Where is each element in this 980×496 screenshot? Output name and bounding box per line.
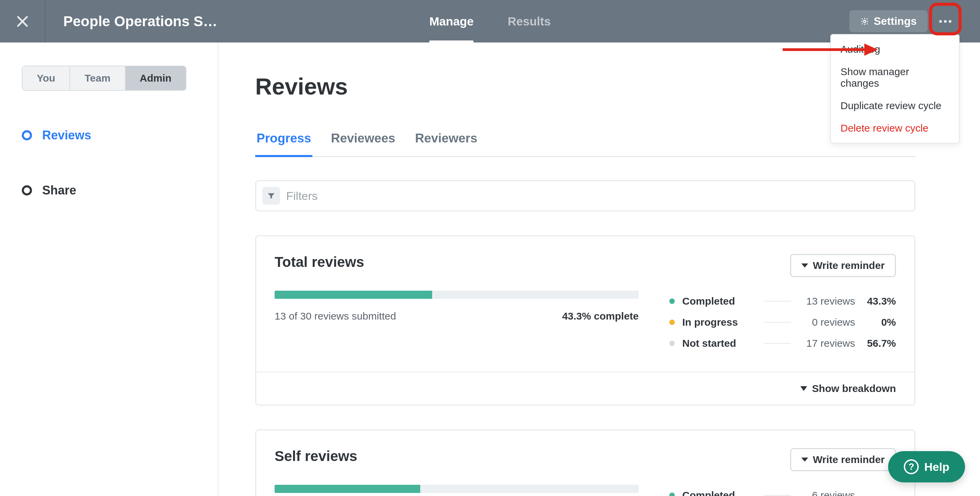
- card-title: Self reviews: [275, 448, 357, 464]
- sidebar-item-label: Share: [42, 183, 76, 198]
- status-dot-icon: [669, 341, 675, 346]
- tab-progress[interactable]: Progress: [255, 131, 312, 157]
- sidebar: You Team Admin Reviews Share: [0, 43, 218, 496]
- help-button[interactable]: ? Help: [888, 451, 965, 482]
- progress-text-left: 13 of 30 reviews submitted: [275, 311, 396, 322]
- stat-count: 17 reviews: [797, 338, 855, 349]
- stat-row: Completed 6 reviews: [669, 485, 896, 496]
- reminder-label: Write reminder: [813, 260, 885, 271]
- reminder-label: Write reminder: [813, 454, 885, 465]
- close-icon: [16, 15, 29, 27]
- show-breakdown-label: Show breakdown: [812, 383, 896, 395]
- close-button[interactable]: [0, 0, 46, 43]
- write-reminder-button[interactable]: Write reminder: [790, 254, 896, 277]
- caret-down-icon: [801, 263, 808, 268]
- filter-icon: [267, 192, 275, 200]
- tab-reviewees[interactable]: Reviewees: [329, 131, 396, 157]
- chevron-down-icon: [800, 386, 807, 391]
- segmented-control: You Team Admin: [22, 66, 186, 91]
- stats-column: Completed 13 reviews 43.3% In progress 0…: [669, 291, 896, 354]
- svg-point-0: [863, 20, 865, 22]
- filter-bar[interactable]: Filters: [255, 180, 915, 211]
- progress-column: 6 of 15 reviews submitted 40% complete: [275, 485, 639, 496]
- progress-column: 13 of 30 reviews submitted 43.3% complet…: [275, 291, 639, 354]
- top-actions: Settings: [850, 10, 957, 33]
- stat-pct: 43.3%: [855, 295, 896, 307]
- dropdown-delete-cycle[interactable]: Delete review cycle: [831, 117, 959, 139]
- status-dot-icon: [669, 493, 675, 496]
- sidebar-item-label: Reviews: [42, 128, 91, 143]
- dropdown-show-manager-changes[interactable]: Show manager changes: [831, 60, 959, 95]
- dropdown-audit-log[interactable]: Audit log: [831, 38, 959, 60]
- progress-bar-fill: [275, 485, 420, 493]
- more-button[interactable]: [934, 10, 957, 33]
- stat-label: Completed: [682, 490, 757, 496]
- seg-admin[interactable]: Admin: [126, 66, 186, 90]
- card-total-reviews: Total reviews Write reminder 13 of 30 re…: [255, 235, 915, 406]
- heading-reviews: Reviews: [255, 73, 915, 100]
- settings-label: Settings: [874, 15, 917, 27]
- caret-down-icon: [801, 458, 808, 462]
- progress-bar-fill: [275, 291, 432, 299]
- status-dot-icon: [669, 298, 675, 304]
- radio-icon: [22, 130, 32, 140]
- help-icon: ?: [904, 459, 919, 474]
- stat-pct: 56.7%: [855, 338, 896, 349]
- tab-reviewers[interactable]: Reviewers: [414, 131, 479, 157]
- sidebar-item-share[interactable]: Share: [22, 183, 196, 198]
- card-title: Total reviews: [275, 254, 364, 270]
- sub-tabs: Progress Reviewees Reviewers: [255, 130, 915, 157]
- seg-you[interactable]: You: [22, 66, 70, 90]
- stat-label: In progress: [682, 317, 757, 328]
- filter-placeholder: Filters: [286, 189, 908, 203]
- top-tabs: Manage Results: [430, 0, 551, 43]
- progress-bar: [275, 485, 639, 493]
- stat-pct: 0%: [855, 317, 896, 328]
- help-label: Help: [924, 460, 950, 474]
- filter-button[interactable]: [262, 187, 280, 204]
- sidebar-item-reviews[interactable]: Reviews: [22, 128, 196, 143]
- more-icon: [939, 20, 951, 23]
- stat-label: Not started: [682, 338, 757, 349]
- stat-row: Completed 13 reviews 43.3%: [669, 291, 896, 312]
- tab-results[interactable]: Results: [508, 0, 550, 43]
- write-reminder-button[interactable]: Write reminder: [790, 448, 896, 471]
- sidebar-nav: Reviews Share: [22, 128, 196, 198]
- progress-text-right: 43.3% complete: [562, 311, 639, 322]
- stat-row: Not started 17 reviews 56.7%: [669, 333, 896, 354]
- show-breakdown-button[interactable]: Show breakdown: [256, 372, 914, 404]
- card-self-reviews: Self reviews Write reminder 6 of 15 revi…: [255, 429, 915, 496]
- tab-manage[interactable]: Manage: [430, 0, 474, 43]
- gear-icon: [860, 17, 869, 26]
- seg-team[interactable]: Team: [70, 66, 125, 90]
- stat-label: Completed: [682, 295, 757, 307]
- stat-row: In progress 0 reviews 0%: [669, 312, 896, 333]
- settings-button[interactable]: Settings: [850, 10, 928, 32]
- stats-column: Completed 6 reviews In progress 0 review…: [669, 485, 896, 496]
- more-dropdown: Audit log Show manager changes Duplicate…: [830, 34, 959, 143]
- radio-icon: [22, 185, 32, 195]
- stat-count: 0 reviews: [797, 317, 855, 328]
- stat-count: 13 reviews: [797, 295, 855, 307]
- progress-bar: [275, 291, 639, 299]
- status-dot-icon: [669, 320, 675, 325]
- dropdown-duplicate-cycle[interactable]: Duplicate review cycle: [831, 95, 959, 117]
- stat-count: 6 reviews: [797, 490, 855, 496]
- page-title: People Operations S…: [63, 13, 218, 30]
